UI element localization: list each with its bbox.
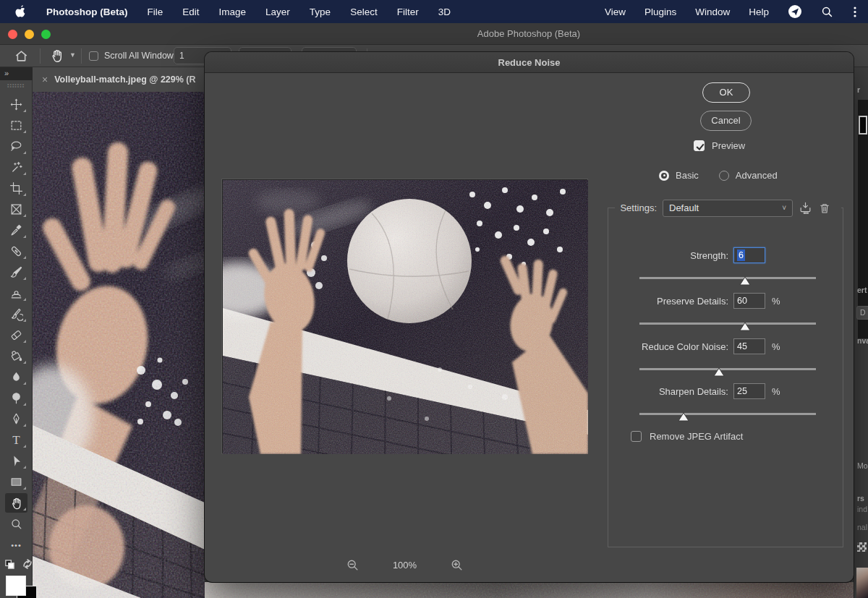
canvas-image-bottom-strip[interactable] [205, 582, 854, 598]
advanced-label: Advanced [736, 170, 778, 181]
panel-tab-fragment[interactable]: nal [857, 523, 867, 531]
panel-layer-thumb[interactable] [859, 116, 867, 134]
home-icon[interactable] [14, 49, 28, 63]
blur-tool[interactable] [5, 367, 27, 387]
preview-zoom-controls: 100% [222, 555, 587, 574]
panel-fragment: r [857, 85, 860, 94]
strength-slider[interactable] [639, 272, 816, 285]
edit-toolbar-ellipsis[interactable]: ••• [5, 535, 27, 555]
menu-help[interactable]: Help [749, 7, 769, 17]
location-menu-icon[interactable] [788, 4, 802, 19]
settings-dropdown[interactable]: Default ˅ [663, 200, 793, 217]
move-tool[interactable] [5, 95, 27, 114]
macos-menu-bar: Photoshop (Beta) File Edit Image Layer T… [0, 0, 868, 23]
path-selection-tool[interactable] [5, 451, 27, 471]
noise-preview-image[interactable] [222, 179, 587, 453]
rectangle-tool[interactable] [5, 472, 27, 492]
search-menu-icon[interactable] [821, 6, 833, 18]
menu-view[interactable]: View [605, 7, 626, 17]
reduce-color-noise-slider[interactable] [639, 363, 816, 376]
eraser-tool[interactable] [5, 325, 27, 345]
frame-tool[interactable] [5, 200, 27, 219]
right-panel-sliver: r ert D nva Mo rs ind nal [854, 67, 868, 598]
settings-row: Settings: Default ˅ [615, 198, 841, 218]
document-tab[interactable]: × Volleyball-match.jpeg @ 229% (R [33, 67, 205, 92]
menu-app-name[interactable]: Photoshop (Beta) [46, 7, 128, 17]
color-swatches [0, 558, 41, 598]
cancel-button[interactable]: Cancel [700, 111, 752, 131]
panel-tab-fragment[interactable]: ind [857, 505, 867, 513]
dialog-title-bar[interactable]: Reduce Noise [205, 52, 854, 73]
collapse-tools-button[interactable]: » [0, 67, 33, 80]
close-tab-icon[interactable]: × [42, 74, 48, 85]
zoom-out-icon[interactable] [346, 559, 359, 571]
reduce-noise-dialog: Reduce Noise OK Cancel Preview Basic Adv… [205, 52, 854, 582]
panel-image-thumbnail[interactable] [856, 568, 868, 598]
foreground-color-swatch[interactable] [6, 576, 26, 596]
canvas-image[interactable] [33, 92, 205, 598]
preview-label: Preview [712, 140, 745, 151]
menu-3d[interactable]: 3D [438, 7, 451, 17]
menu-window[interactable]: Window [695, 7, 730, 17]
strength-label: Strength: [608, 250, 733, 261]
menu-layer[interactable]: Layer [265, 7, 290, 17]
pen-tool[interactable] [5, 409, 27, 429]
menu-filter[interactable]: Filter [397, 7, 419, 17]
preserve-details-slider[interactable] [639, 317, 816, 330]
eyedropper-tool[interactable] [5, 221, 27, 240]
swap-colors-icon[interactable] [22, 558, 33, 570]
panel-dropdown-fragment[interactable]: D [856, 306, 868, 320]
brush-tool[interactable] [5, 262, 27, 282]
strength-input[interactable]: 6 [733, 247, 765, 263]
sharpen-details-slider[interactable] [639, 408, 816, 421]
panel-thumbnail-well [858, 100, 868, 338]
basic-radio[interactable] [659, 171, 669, 181]
crop-tool[interactable] [5, 179, 27, 198]
panel-fragment: Mo [857, 461, 868, 470]
advanced-radio[interactable] [719, 171, 729, 181]
reduce-color-noise-input[interactable]: 45 [733, 338, 765, 354]
remove-jpeg-artifact-checkbox[interactable] [631, 431, 642, 442]
paint-bucket-tool[interactable] [5, 346, 27, 366]
delete-preset-icon[interactable] [818, 202, 831, 215]
document-tab-title: Volleyball-match.jpeg @ 229% (R [54, 74, 195, 85]
chevron-down-icon[interactable]: ▼ [69, 51, 76, 59]
tools-grip-handle[interactable]: •••••••••••••••• [7, 83, 25, 87]
apple-menu-icon[interactable] [14, 4, 27, 19]
spot-healing-brush-tool[interactable] [5, 242, 27, 261]
preview-checkbox[interactable] [694, 140, 705, 151]
hand-tool-options-icon[interactable] [49, 48, 65, 64]
type-tool[interactable]: T [5, 430, 27, 450]
dodge-tool[interactable] [5, 388, 27, 408]
menu-image[interactable]: Image [219, 7, 247, 17]
sharpen-details-input[interactable]: 25 [733, 383, 765, 399]
ok-button[interactable]: OK [702, 82, 750, 103]
scroll-all-windows-checkbox[interactable] [89, 51, 98, 61]
history-brush-tool[interactable] [5, 304, 27, 324]
sharpen-details-label: Sharpen Details: [608, 386, 733, 397]
clone-stamp-tool[interactable] [5, 283, 27, 303]
menu-type[interactable]: Type [310, 7, 331, 17]
tools-panel: •••••••••••••••• T ••• [0, 80, 33, 598]
control-center-icon[interactable] [852, 6, 858, 18]
zoom-tool[interactable] [5, 514, 27, 534]
save-preset-icon[interactable] [799, 201, 812, 215]
menu-file[interactable]: File [148, 7, 163, 17]
default-colors-icon[interactable] [4, 559, 15, 570]
remove-jpeg-artifact-label: Remove JPEG Artifact [650, 431, 743, 442]
preserve-details-input[interactable]: 60 [733, 293, 765, 309]
menu-edit[interactable]: Edit [182, 7, 199, 17]
rectangular-marquee-tool[interactable] [5, 116, 27, 135]
lasso-tool[interactable] [5, 137, 27, 156]
zoom-in-icon[interactable] [451, 559, 463, 571]
magic-wand-tool[interactable] [5, 158, 27, 177]
scroll-all-windows-label: Scroll All Windows [104, 51, 178, 61]
preserve-details-label: Preserve Details: [608, 296, 733, 307]
panel-tab-fragment[interactable]: rs [857, 494, 864, 503]
reduce-color-noise-label: Reduce Color Noise: [608, 341, 733, 352]
menu-plugins[interactable]: Plugins [644, 7, 676, 17]
window-title: Adobe Photoshop (Beta) [0, 28, 868, 39]
menu-select[interactable]: Select [350, 7, 378, 17]
hand-tool[interactable] [5, 493, 27, 513]
transparency-checker-icon[interactable] [857, 542, 867, 552]
